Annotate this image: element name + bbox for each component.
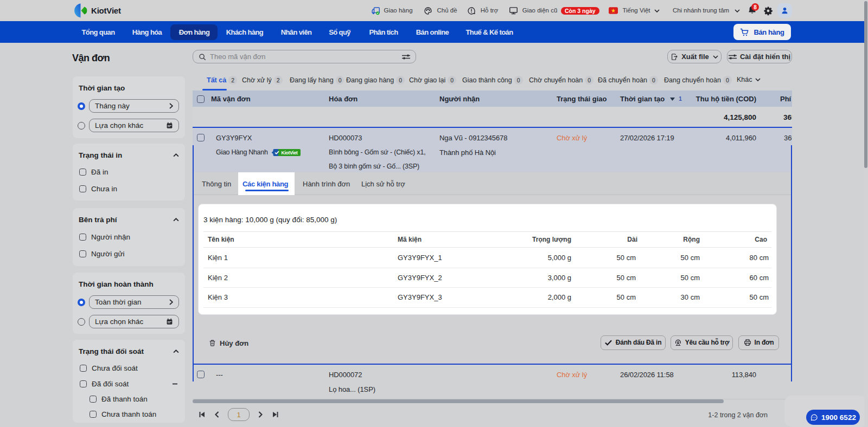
svg-text:KiotViet: KiotViet [281, 150, 297, 155]
